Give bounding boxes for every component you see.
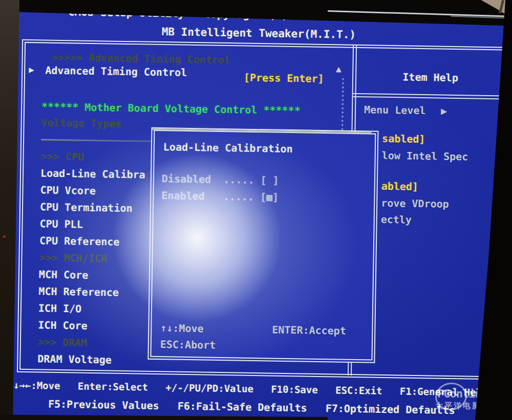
key-hints-line2: F5:Previous Values F6:Fail-Safe Defaults… bbox=[48, 398, 455, 417]
scroll-up-arrow-icon[interactable]: ▲ bbox=[336, 63, 342, 74]
bios-screen: CMOS Setup Utility - Copyright (C) 1984-… bbox=[0, 0, 512, 420]
key-hints-line1: ↑↓→←:Move Enter:Select +/-/PU/PD:Value F… bbox=[7, 379, 487, 399]
option-enabled[interactable]: Enabled ..... [■] bbox=[161, 189, 279, 204]
page-title: CMOS Setup Utility - Copyright (C) 1984-… bbox=[3, 4, 512, 26]
monitor-photo: CMOS Setup Utility - Copyright (C) 1984-… bbox=[0, 0, 512, 420]
selection-arrow-icon: ▶ bbox=[29, 64, 34, 75]
menu-item-value: [Press Enter] bbox=[244, 72, 324, 85]
dialog-key-hint-move: ↑↓:Move bbox=[160, 322, 204, 335]
menu-level-arrow-icon: ▶ bbox=[441, 105, 447, 118]
menu-level-label: Menu Level bbox=[364, 103, 426, 117]
dialog-title: Load-Line Calibration bbox=[163, 141, 293, 156]
help-clipped-text: sabled] bbox=[382, 132, 425, 146]
help-clipped-text: abled] bbox=[381, 180, 419, 193]
dialog-key-hint-accept: ENTER:Accept bbox=[272, 324, 346, 338]
dialog-load-line-calibration: Load-Line Calibration Disabled ..... [ ]… bbox=[147, 127, 378, 363]
help-clipped-text: ectly bbox=[381, 213, 412, 227]
dialog-key-hint-abort: ESC:Abort bbox=[160, 338, 216, 352]
menu-item-label: Advanced Timing Control bbox=[45, 64, 187, 79]
item-help-title: Item Help bbox=[355, 70, 505, 85]
help-clipped-text: low Intel Spec bbox=[382, 149, 468, 164]
help-clipped-text: rove VDroop bbox=[381, 197, 449, 211]
option-disabled[interactable]: Disabled ..... [ ] bbox=[162, 172, 279, 187]
